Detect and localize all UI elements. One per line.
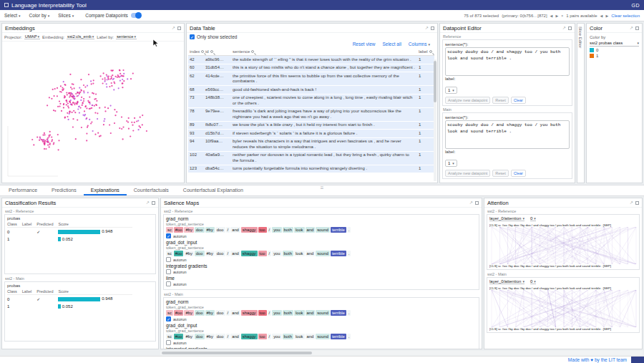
embedding-point[interactable] xyxy=(134,122,135,123)
embedding-point[interactable] xyxy=(107,76,108,77)
embedding-point[interactable] xyxy=(97,118,98,120)
embedding-point[interactable] xyxy=(54,95,55,97)
embedding-point[interactable] xyxy=(122,79,123,80)
embedding-point[interactable] xyxy=(104,79,106,80)
embedding-point[interactable] xyxy=(104,81,106,82)
embedding-point[interactable] xyxy=(80,100,82,101)
embedding-point[interactable] xyxy=(91,83,92,84)
menu-slices[interactable]: Slices▾ xyxy=(58,13,74,18)
embedding-point[interactable] xyxy=(136,120,137,122)
embedding-point[interactable] xyxy=(110,78,112,79)
maximize-icon[interactable] xyxy=(431,26,434,30)
embedding-point[interactable] xyxy=(77,108,79,110)
embedding-point[interactable] xyxy=(49,97,50,98)
embedding-point[interactable] xyxy=(67,94,68,95)
table-row[interactable]: 10240a6a9…neither parker nor donovan is … xyxy=(188,151,434,165)
embedding-point[interactable] xyxy=(120,76,122,77)
embedding-point[interactable] xyxy=(42,141,44,142)
embedding-point[interactable] xyxy=(127,122,129,123)
embedding-point[interactable] xyxy=(48,142,49,143)
embedding-point[interactable] xyxy=(72,102,74,104)
embedding-point[interactable] xyxy=(110,76,112,77)
slice-editor-label[interactable]: Slice Editor xyxy=(577,24,583,51)
embedding-point[interactable] xyxy=(90,80,92,82)
embedding-point[interactable] xyxy=(66,104,67,105)
clear-primary-icon[interactable]: × xyxy=(561,14,563,18)
maximize-icon[interactable] xyxy=(177,26,181,30)
embedding-point[interactable] xyxy=(106,83,107,84)
embedding-point[interactable] xyxy=(104,107,106,108)
embedding-point[interactable] xyxy=(80,107,82,109)
embedding-point[interactable] xyxy=(64,97,65,98)
embedding-point[interactable] xyxy=(138,129,140,130)
compare-datapoints-toggle[interactable] xyxy=(131,13,141,18)
embedding-point[interactable] xyxy=(66,92,67,93)
embedding-point[interactable] xyxy=(44,132,45,134)
embedding-point[interactable] xyxy=(82,102,83,104)
embedding-point[interactable] xyxy=(63,81,64,82)
embedding-point[interactable] xyxy=(111,85,112,87)
embedding-point[interactable] xyxy=(89,102,90,103)
embedding-point[interactable] xyxy=(86,140,87,141)
autorun-checkbox[interactable]: ✓ xyxy=(166,316,171,321)
embedding-point[interactable] xyxy=(71,104,72,105)
sentence-textarea[interactable]: scooby dooby doo / and shaggy too / you … xyxy=(445,120,570,149)
embedding-point[interactable] xyxy=(91,107,92,109)
embedding-point[interactable] xyxy=(64,117,66,119)
embedding-point[interactable] xyxy=(96,100,97,102)
embedding-point[interactable] xyxy=(95,93,97,95)
embedding-point[interactable] xyxy=(123,80,125,82)
embedding-point[interactable] xyxy=(83,98,84,100)
analyze-new-datapoint-button[interactable]: Analyze new datapoint xyxy=(445,97,490,104)
embedding-point[interactable] xyxy=(51,98,52,100)
embedding-point[interactable] xyxy=(132,125,133,126)
embedding-point[interactable] xyxy=(70,87,72,88)
embedding-point[interactable] xyxy=(69,95,71,97)
embedding-point[interactable] xyxy=(47,105,48,106)
embedding-point[interactable] xyxy=(81,97,82,98)
embedding-point[interactable] xyxy=(121,128,122,130)
embedding-point[interactable] xyxy=(83,84,84,86)
embedding-point[interactable] xyxy=(89,119,90,120)
embedding-point[interactable] xyxy=(79,92,80,93)
embedding-point[interactable] xyxy=(47,145,49,146)
embedding-point[interactable] xyxy=(49,136,50,137)
embedding-point[interactable] xyxy=(52,89,54,90)
embedding-point[interactable] xyxy=(106,86,107,87)
embedding-point[interactable] xyxy=(122,138,124,140)
attention-layer-select[interactable]: layer_0/attention▾ xyxy=(489,216,525,221)
embedding-point[interactable] xyxy=(67,112,68,114)
embedding-point[interactable] xyxy=(62,87,63,89)
autorun-checkbox[interactable] xyxy=(166,269,171,274)
embedding-point[interactable] xyxy=(69,92,71,94)
embedding-point[interactable] xyxy=(67,116,68,117)
embedding-point[interactable] xyxy=(112,70,113,72)
embedding-point[interactable] xyxy=(97,112,98,114)
embedding-point[interactable] xyxy=(86,133,87,135)
embedding-point[interactable] xyxy=(62,89,64,91)
embedding-point[interactable] xyxy=(58,140,59,141)
embedding-point[interactable] xyxy=(39,136,41,137)
embedding-point[interactable] xyxy=(80,79,82,80)
embedding-point[interactable] xyxy=(114,115,116,116)
embedding-point[interactable] xyxy=(100,135,102,137)
embedding-point[interactable] xyxy=(57,106,59,107)
embedding-point[interactable] xyxy=(79,87,80,89)
tab-performance[interactable]: Performance xyxy=(1,185,44,195)
embedding-point[interactable] xyxy=(44,134,45,135)
column-header-sentence[interactable]: sentence xyxy=(231,48,417,56)
embedding-point[interactable] xyxy=(57,95,58,97)
embedding-point[interactable] xyxy=(73,97,74,99)
embedding-point[interactable] xyxy=(63,107,64,108)
embedding-point[interactable] xyxy=(94,112,96,114)
embedding-select[interactable]: sst2:cls_emb▾ xyxy=(67,34,94,39)
search-icon[interactable] xyxy=(251,50,254,53)
scrollbar-thumb[interactable] xyxy=(162,352,312,354)
embedding-point[interactable] xyxy=(99,107,100,109)
embedding-point[interactable] xyxy=(44,148,45,150)
embedding-point[interactable] xyxy=(112,74,113,76)
embedding-point[interactable] xyxy=(81,89,82,91)
embedding-point[interactable] xyxy=(77,120,78,121)
embedding-point[interactable] xyxy=(119,73,121,74)
embedding-point[interactable] xyxy=(68,119,69,120)
